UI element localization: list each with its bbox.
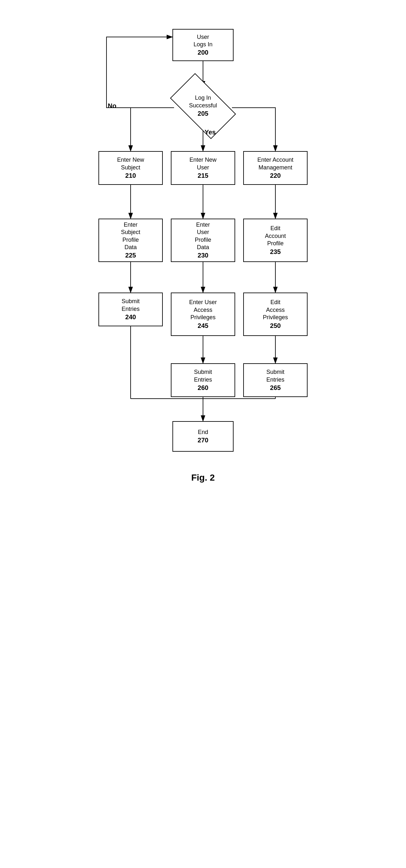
- node-215-num: 215: [198, 172, 208, 180]
- node-245: Enter UserAccessPrivileges 245: [171, 292, 235, 336]
- node-205-label: Log InSuccessful: [189, 94, 217, 108]
- node-235-label: EditAccountProfile: [265, 225, 286, 247]
- yes-label: Yes: [205, 129, 215, 136]
- node-235: EditAccountProfile 235: [243, 219, 308, 262]
- node-220: Enter AccountManagement 220: [243, 151, 308, 185]
- node-235-num: 235: [270, 248, 281, 256]
- node-260-label: SubmitEntries: [194, 368, 212, 383]
- node-250-label: EditAccessPrivileges: [263, 299, 288, 321]
- node-225-num: 225: [125, 251, 136, 259]
- node-240: SubmitEntries 240: [98, 292, 163, 326]
- node-230-num: 230: [198, 251, 208, 259]
- node-245-label: Enter UserAccessPrivileges: [189, 299, 217, 321]
- node-245-num: 245: [198, 321, 208, 330]
- node-200-label: UserLogs In: [193, 33, 212, 49]
- node-225-label: EnterSubjectProfileData: [121, 221, 140, 251]
- node-250-num: 250: [270, 321, 281, 330]
- node-240-label: SubmitEntries: [122, 298, 140, 313]
- node-220-label: Enter AccountManagement: [257, 156, 293, 172]
- node-210-num: 210: [125, 172, 136, 180]
- no-label: No: [108, 102, 116, 110]
- node-270: End 270: [172, 421, 234, 452]
- node-205-num: 205: [198, 110, 208, 117]
- node-265-num: 265: [270, 383, 281, 392]
- node-200-num: 200: [198, 48, 208, 57]
- node-270-label: End: [198, 429, 208, 436]
- figure-caption: Fig. 2: [81, 472, 325, 483]
- node-225: EnterSubjectProfileData 225: [98, 219, 163, 262]
- node-220-num: 220: [270, 172, 281, 180]
- node-230-label: EnterUserProfileData: [195, 221, 211, 251]
- node-205-text: Log InSuccessful 205: [189, 94, 217, 118]
- node-215-label: Enter NewUser: [190, 156, 216, 172]
- node-270-num: 270: [198, 436, 208, 444]
- node-265-label: SubmitEntries: [266, 368, 284, 383]
- node-230: EnterUserProfileData 230: [171, 219, 235, 262]
- node-260-num: 260: [198, 383, 208, 392]
- node-210: Enter NewSubject 210: [98, 151, 163, 185]
- node-215: Enter NewUser 215: [171, 151, 235, 185]
- node-240-num: 240: [125, 313, 136, 321]
- node-265: SubmitEntries 265: [243, 363, 308, 397]
- node-250: EditAccessPrivileges 250: [243, 292, 308, 336]
- node-210-label: Enter NewSubject: [117, 156, 144, 172]
- node-260: SubmitEntries 260: [171, 363, 235, 397]
- node-205-wrap: Log InSuccessful 205: [166, 82, 240, 130]
- node-200: UserLogs In 200: [172, 29, 234, 61]
